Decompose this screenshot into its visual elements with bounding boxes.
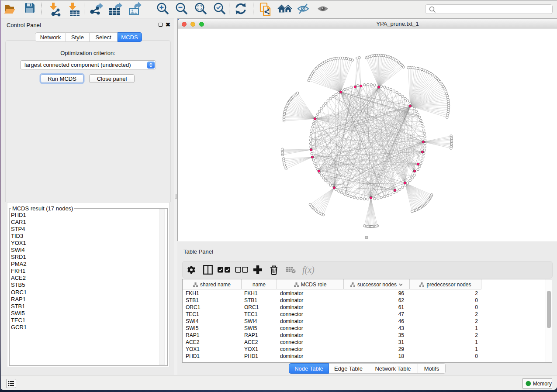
svg-text:f(x): f(x) [302,265,315,275]
